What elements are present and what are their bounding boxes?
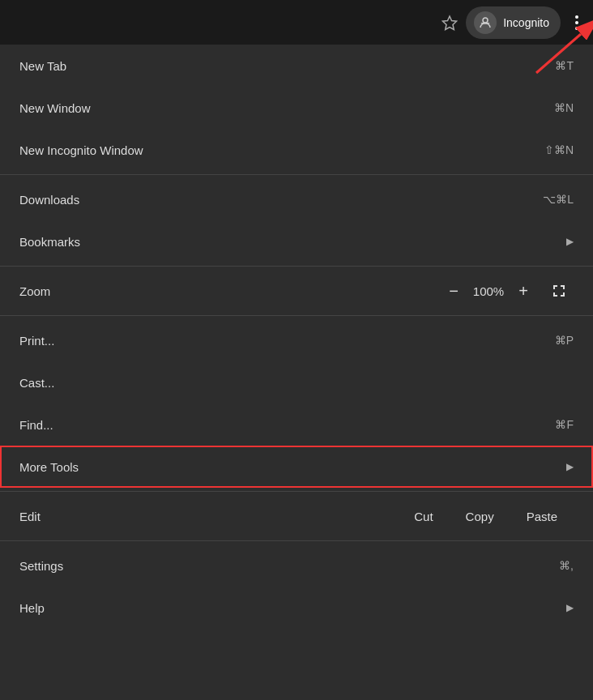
top-bar: Incognito <box>0 0 593 45</box>
menu-item-bookmarks[interactable]: Bookmarks ▶ <box>0 220 593 262</box>
three-dots-button[interactable] <box>561 6 593 39</box>
find-label: Find... <box>19 418 53 432</box>
zoom-row: Zoom − 100% + <box>0 270 593 312</box>
more-tools-arrow-icon: ▶ <box>566 461 574 472</box>
new-incognito-shortcut: ⇧⌘N <box>544 143 574 156</box>
incognito-button[interactable]: Incognito <box>466 6 561 39</box>
new-window-label: New Window <box>19 101 91 115</box>
cast-label: Cast... <box>19 376 54 390</box>
zoom-label: Zoom <box>0 284 439 298</box>
edit-row: Edit Cut Copy Paste <box>0 495 593 537</box>
bookmark-icon[interactable] <box>433 6 466 39</box>
settings-label: Settings <box>19 559 63 573</box>
divider-1 <box>0 174 593 175</box>
incognito-icon <box>474 11 497 34</box>
new-window-shortcut: ⌘N <box>554 101 574 114</box>
edit-label: Edit <box>0 510 398 523</box>
dot2 <box>575 21 578 24</box>
zoom-value: 100% <box>468 284 509 298</box>
menu-item-new-window[interactable]: New Window ⌘N <box>0 87 593 129</box>
svg-point-1 <box>483 18 488 23</box>
menu-item-print[interactable]: Print... ⌘P <box>0 319 593 361</box>
help-arrow-icon: ▶ <box>566 602 574 613</box>
menu-item-settings[interactable]: Settings ⌘, <box>0 544 593 587</box>
new-tab-label: New Tab <box>19 59 66 73</box>
new-tab-shortcut: ⌘T <box>555 59 574 72</box>
zoom-controls: − 100% + <box>439 276 593 305</box>
incognito-label: Incognito <box>503 16 549 29</box>
find-shortcut: ⌘F <box>555 418 574 431</box>
bookmarks-label: Bookmarks <box>19 235 80 249</box>
paste-button[interactable]: Paste <box>510 503 574 530</box>
dropdown-menu: New Tab ⌘T New Window ⌘N New Incognito W… <box>0 45 593 700</box>
divider-2 <box>0 266 593 267</box>
bookmarks-arrow-icon: ▶ <box>566 236 574 247</box>
divider-4 <box>0 491 593 492</box>
new-incognito-label: New Incognito Window <box>19 143 143 157</box>
fullscreen-icon <box>551 283 567 299</box>
print-label: Print... <box>19 334 54 348</box>
svg-marker-0 <box>443 16 457 30</box>
fullscreen-button[interactable] <box>544 276 574 305</box>
svg-rect-2 <box>481 23 490 24</box>
menu-item-new-incognito[interactable]: New Incognito Window ⇧⌘N <box>0 129 593 171</box>
divider-3 <box>0 315 593 316</box>
menu-item-find[interactable]: Find... ⌘F <box>0 403 593 446</box>
menu-item-downloads[interactable]: Downloads ⌥⌘L <box>0 178 593 220</box>
more-tools-label: More Tools <box>19 460 79 474</box>
menu-item-more-tools[interactable]: More Tools ▶ <box>0 446 593 488</box>
zoom-plus-button[interactable]: + <box>509 276 538 305</box>
menu-item-new-tab[interactable]: New Tab ⌘T <box>0 45 593 87</box>
divider-5 <box>0 540 593 541</box>
edit-actions: Cut Copy Paste <box>398 503 593 530</box>
dot1 <box>575 15 578 19</box>
downloads-label: Downloads <box>19 193 79 207</box>
dot3 <box>575 27 578 30</box>
copy-button[interactable]: Copy <box>450 503 510 530</box>
zoom-minus-button[interactable]: − <box>439 276 468 305</box>
menu-item-help[interactable]: Help ▶ <box>0 587 593 629</box>
print-shortcut: ⌘P <box>555 334 574 347</box>
settings-shortcut: ⌘, <box>559 559 574 572</box>
help-label: Help <box>19 601 45 615</box>
menu-item-cast[interactable]: Cast... <box>0 361 593 403</box>
downloads-shortcut: ⌥⌘L <box>543 193 574 206</box>
cut-button[interactable]: Cut <box>398 503 449 530</box>
